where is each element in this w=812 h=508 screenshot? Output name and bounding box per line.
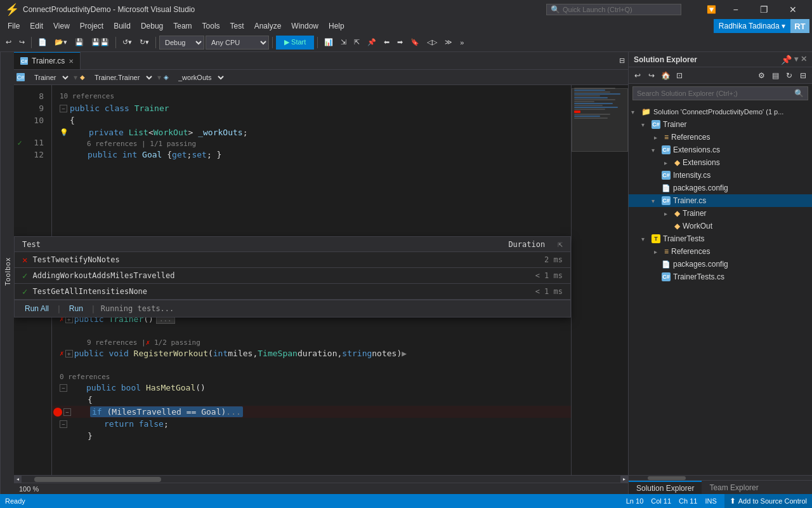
toolbar-btn-4[interactable]: 📌 <box>364 36 379 50</box>
test-name-2[interactable]: AddingWorkoutAddsMilesTravelled <box>32 271 530 280</box>
se-forward-btn[interactable]: ↪ <box>645 69 658 82</box>
undo-button[interactable]: ↺▾ <box>119 36 135 50</box>
se-tab-solution-explorer[interactable]: Solution Explorer <box>629 481 702 494</box>
tree-trainer-nested[interactable]: ▸ ◆ Trainer <box>629 207 812 220</box>
tree-workout[interactable]: ◆ WorkOut <box>629 220 812 232</box>
se-close-icon[interactable]: ✕ <box>801 55 807 65</box>
tab-close-icon[interactable]: ✕ <box>69 58 74 65</box>
tree-intensity-cs[interactable]: C# Intensity.cs <box>629 169 812 182</box>
se-sync-btn[interactable]: ⊡ <box>673 69 686 82</box>
tree-tt-references[interactable]: ▸ ≡ References <box>629 245 812 258</box>
se-search-input[interactable] <box>637 90 792 97</box>
debug-mode-dropdown[interactable]: Debug Release <box>159 36 204 50</box>
tree-tt-packages-config[interactable]: 📄 packages.config <box>629 258 812 271</box>
open-button[interactable]: 📂▾ <box>51 36 70 50</box>
toolbar-btn-9[interactable]: ≫ <box>442 36 455 50</box>
status-ins[interactable]: INS <box>705 497 716 505</box>
member-dropdown[interactable]: _workOuts <box>171 71 226 84</box>
toolbar-btn-2[interactable]: ⇲ <box>337 36 350 50</box>
scroll-left-btn[interactable]: ◂ <box>14 476 22 483</box>
collapse-btn-42[interactable]: − <box>60 384 67 392</box>
se-dropdown-icon[interactable]: ▾ <box>794 55 798 65</box>
tree-extensions-cs[interactable]: ▾ C# Extensions.cs <box>629 144 812 156</box>
se-search[interactable]: 🔍 <box>632 86 808 100</box>
se-home-btn[interactable]: 🏠 <box>659 69 672 82</box>
menu-item-build[interactable]: Build <box>108 19 136 33</box>
run-button[interactable]: Run <box>67 303 86 314</box>
menu-item-team[interactable]: Team <box>168 19 197 33</box>
menu-item-analyze[interactable]: Analyze <box>249 19 287 33</box>
minimap[interactable] <box>571 85 628 475</box>
se-pin-icon[interactable]: 📌 <box>781 55 792 65</box>
test-name-3[interactable]: TestGetAllIntensitiesNone <box>32 287 530 296</box>
tree-trainer-project[interactable]: ▾ C# Trainer <box>629 118 812 131</box>
add-to-source-control-button[interactable]: ⬆ Add to Source Control <box>724 494 812 508</box>
zoom-level[interactable]: 100 % <box>19 485 39 493</box>
menu-item-view[interactable]: View <box>48 19 75 33</box>
nav-forward-button[interactable]: ↪ <box>16 36 28 50</box>
se-preview-btn[interactable]: ▤ <box>769 69 782 82</box>
expand-btn-37[interactable]: + <box>65 350 73 358</box>
toolbar-btn-3[interactable]: ⇱ <box>351 36 363 50</box>
close-button[interactable]: ✕ <box>778 0 807 19</box>
toolbar-btn-6[interactable]: ➡ <box>394 36 406 50</box>
quick-launch-input[interactable] <box>563 6 677 13</box>
h-scroll-thumb[interactable] <box>34 477 161 482</box>
save-button[interactable]: 💾 <box>72 36 87 50</box>
tree-trainertests-cs[interactable]: C# TrainerTests.cs <box>629 271 812 283</box>
bulb-icon[interactable]: 💡 <box>60 128 69 137</box>
restore-button[interactable]: ❐ <box>750 0 778 19</box>
redo-button[interactable]: ↻▾ <box>136 36 152 50</box>
tree-trainer-cs[interactable]: ▾ C# Trainer.cs <box>629 194 812 207</box>
new-project-button[interactable]: 📄 <box>35 36 50 50</box>
se-settings-btn[interactable]: ⚙ <box>755 69 768 82</box>
toolbar-more[interactable]: » <box>457 36 467 50</box>
start-button[interactable]: ▶ Start <box>276 36 314 50</box>
menu-item-edit[interactable]: Edit <box>25 19 48 33</box>
menu-item-window[interactable]: Window <box>286 19 324 33</box>
se-collapse-btn[interactable]: ⊟ <box>797 69 809 82</box>
save-all-button[interactable]: 💾💾 <box>88 36 112 50</box>
tree-extensions-nested[interactable]: ▸ ◆ Extensions <box>629 156 812 169</box>
platform-dropdown[interactable]: Any CPU <box>206 36 269 50</box>
status-col[interactable]: Col 11 <box>651 497 671 505</box>
scroll-right-btn[interactable]: ▸ <box>620 476 628 483</box>
minimize-button[interactable]: − <box>721 0 750 19</box>
se-scroll-thumb[interactable] <box>648 476 686 480</box>
menu-item-project[interactable]: Project <box>75 19 108 33</box>
tree-solution[interactable]: ▾ 📁 Solution 'ConnectProductivityDemo' (… <box>629 105 812 118</box>
toolbox-label[interactable]: Toolbox <box>1 255 14 289</box>
se-refresh-btn[interactable]: ↻ <box>783 69 796 82</box>
tree-packages-config[interactable]: 📄 packages.config <box>629 182 812 194</box>
se-back-btn[interactable]: ↩ <box>631 69 644 82</box>
collapse-btn-48[interactable]: − <box>60 420 67 428</box>
menu-item-file[interactable]: File <box>3 19 25 33</box>
split-editor-button[interactable]: ⊟ <box>616 52 628 69</box>
collapse-btn-8[interactable]: − <box>60 105 67 112</box>
h-scrollbar[interactable] <box>22 477 620 482</box>
se-search-icon: 🔍 <box>794 89 804 98</box>
expand-panel-icon[interactable]: ⇱ <box>558 239 563 249</box>
se-tab-team-explorer[interactable]: Team Explorer <box>702 481 766 494</box>
status-ch[interactable]: Ch 11 <box>679 497 697 505</box>
tree-trainer-references[interactable]: ▸ ≡ References <box>629 131 812 144</box>
collapse-btn-44[interactable]: − <box>63 408 71 416</box>
toolbar-btn-8[interactable]: ◁▷ <box>424 36 440 50</box>
user-name[interactable]: Radhika Tadinada ▾ <box>719 22 785 30</box>
menu-item-test[interactable]: Test <box>225 19 249 33</box>
tree-trainertests-project[interactable]: ▾ T TrainerTests <box>629 232 812 245</box>
class-dropdown[interactable]: Trainer <box>27 71 71 84</box>
menu-item-tools[interactable]: Tools <box>197 19 225 33</box>
type-dropdown[interactable]: Trainer.Trainer <box>88 71 155 84</box>
toolbar-btn-1[interactable]: 📊 <box>321 36 336 50</box>
status-ln[interactable]: Ln 10 <box>626 497 644 505</box>
run-all-button[interactable]: Run All <box>22 303 51 314</box>
menu-item-debug[interactable]: Debug <box>136 19 168 33</box>
se-scrollbar[interactable] <box>629 475 812 480</box>
editor-tab-trainer[interactable]: C# Trainer.cs ✕ <box>14 52 81 69</box>
nav-back-button[interactable]: ↩ <box>3 36 15 50</box>
menu-item-help[interactable]: Help <box>324 19 350 33</box>
toolbar-btn-5[interactable]: ⬅ <box>381 36 393 50</box>
test-name-1[interactable]: TestTweetifyNoNotes <box>32 255 539 264</box>
toolbar-btn-7[interactable]: 🔖 <box>407 36 422 50</box>
